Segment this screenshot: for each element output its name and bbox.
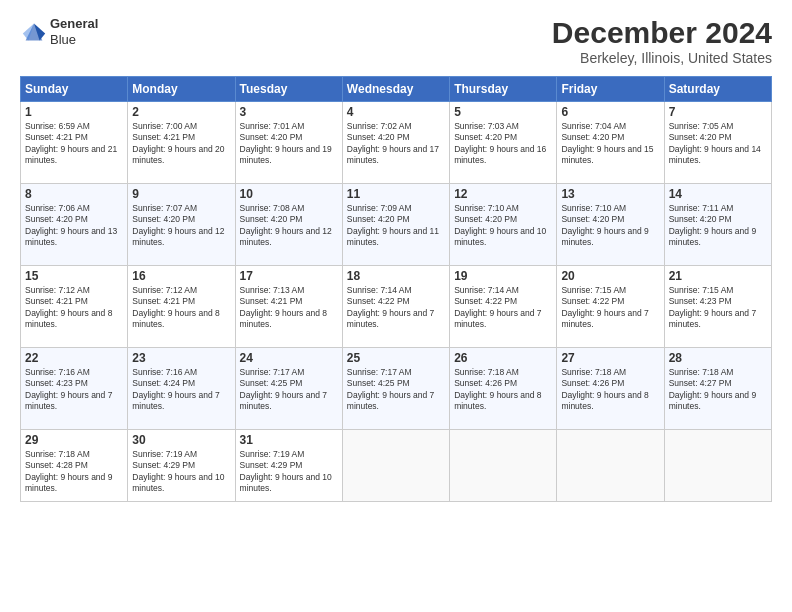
table-row bbox=[342, 430, 449, 502]
header: General Blue December 2024 Berkeley, Ill… bbox=[20, 16, 772, 66]
day-info: Sunrise: 7:09 AM Sunset: 4:20 PM Dayligh… bbox=[347, 203, 445, 249]
table-row: 7 Sunrise: 7:05 AM Sunset: 4:20 PM Dayli… bbox=[664, 102, 771, 184]
day-info: Sunrise: 7:01 AM Sunset: 4:20 PM Dayligh… bbox=[240, 121, 338, 167]
subtitle: Berkeley, Illinois, United States bbox=[552, 50, 772, 66]
day-info: Sunrise: 7:12 AM Sunset: 4:21 PM Dayligh… bbox=[132, 285, 230, 331]
col-friday: Friday bbox=[557, 77, 664, 102]
table-row: 21 Sunrise: 7:15 AM Sunset: 4:23 PM Dayl… bbox=[664, 266, 771, 348]
header-row: Sunday Monday Tuesday Wednesday Thursday… bbox=[21, 77, 772, 102]
day-number: 13 bbox=[561, 187, 659, 201]
col-sunday: Sunday bbox=[21, 77, 128, 102]
day-number: 29 bbox=[25, 433, 123, 447]
table-row: 4 Sunrise: 7:02 AM Sunset: 4:20 PM Dayli… bbox=[342, 102, 449, 184]
table-row: 2 Sunrise: 7:00 AM Sunset: 4:21 PM Dayli… bbox=[128, 102, 235, 184]
col-saturday: Saturday bbox=[664, 77, 771, 102]
day-number: 21 bbox=[669, 269, 767, 283]
day-number: 4 bbox=[347, 105, 445, 119]
day-number: 2 bbox=[132, 105, 230, 119]
table-row: 27 Sunrise: 7:18 AM Sunset: 4:26 PM Dayl… bbox=[557, 348, 664, 430]
logo-text: General Blue bbox=[50, 16, 98, 47]
day-info: Sunrise: 7:11 AM Sunset: 4:20 PM Dayligh… bbox=[669, 203, 767, 249]
day-info: Sunrise: 7:18 AM Sunset: 4:28 PM Dayligh… bbox=[25, 449, 123, 495]
day-info: Sunrise: 7:10 AM Sunset: 4:20 PM Dayligh… bbox=[561, 203, 659, 249]
table-row: 23 Sunrise: 7:16 AM Sunset: 4:24 PM Dayl… bbox=[128, 348, 235, 430]
table-row: 11 Sunrise: 7:09 AM Sunset: 4:20 PM Dayl… bbox=[342, 184, 449, 266]
day-number: 10 bbox=[240, 187, 338, 201]
logo-icon bbox=[20, 18, 48, 46]
table-row: 8 Sunrise: 7:06 AM Sunset: 4:20 PM Dayli… bbox=[21, 184, 128, 266]
table-row: 15 Sunrise: 7:12 AM Sunset: 4:21 PM Dayl… bbox=[21, 266, 128, 348]
table-row: 16 Sunrise: 7:12 AM Sunset: 4:21 PM Dayl… bbox=[128, 266, 235, 348]
day-number: 27 bbox=[561, 351, 659, 365]
table-row: 13 Sunrise: 7:10 AM Sunset: 4:20 PM Dayl… bbox=[557, 184, 664, 266]
day-number: 31 bbox=[240, 433, 338, 447]
table-row: 19 Sunrise: 7:14 AM Sunset: 4:22 PM Dayl… bbox=[450, 266, 557, 348]
day-number: 19 bbox=[454, 269, 552, 283]
day-info: Sunrise: 7:00 AM Sunset: 4:21 PM Dayligh… bbox=[132, 121, 230, 167]
table-row: 22 Sunrise: 7:16 AM Sunset: 4:23 PM Dayl… bbox=[21, 348, 128, 430]
day-info: Sunrise: 7:03 AM Sunset: 4:20 PM Dayligh… bbox=[454, 121, 552, 167]
day-number: 11 bbox=[347, 187, 445, 201]
table-row: 31 Sunrise: 7:19 AM Sunset: 4:29 PM Dayl… bbox=[235, 430, 342, 502]
page: General Blue December 2024 Berkeley, Ill… bbox=[0, 0, 792, 612]
day-info: Sunrise: 7:17 AM Sunset: 4:25 PM Dayligh… bbox=[240, 367, 338, 413]
table-row: 25 Sunrise: 7:17 AM Sunset: 4:25 PM Dayl… bbox=[342, 348, 449, 430]
col-monday: Monday bbox=[128, 77, 235, 102]
logo-blue: Blue bbox=[50, 32, 76, 47]
day-number: 9 bbox=[132, 187, 230, 201]
logo-general: General bbox=[50, 16, 98, 31]
table-row: 1 Sunrise: 6:59 AM Sunset: 4:21 PM Dayli… bbox=[21, 102, 128, 184]
day-info: Sunrise: 7:14 AM Sunset: 4:22 PM Dayligh… bbox=[454, 285, 552, 331]
day-info: Sunrise: 7:16 AM Sunset: 4:24 PM Dayligh… bbox=[132, 367, 230, 413]
day-number: 16 bbox=[132, 269, 230, 283]
table-row: 14 Sunrise: 7:11 AM Sunset: 4:20 PM Dayl… bbox=[664, 184, 771, 266]
table-row: 17 Sunrise: 7:13 AM Sunset: 4:21 PM Dayl… bbox=[235, 266, 342, 348]
table-row: 26 Sunrise: 7:18 AM Sunset: 4:26 PM Dayl… bbox=[450, 348, 557, 430]
day-info: Sunrise: 7:13 AM Sunset: 4:21 PM Dayligh… bbox=[240, 285, 338, 331]
day-info: Sunrise: 7:19 AM Sunset: 4:29 PM Dayligh… bbox=[240, 449, 338, 495]
day-number: 24 bbox=[240, 351, 338, 365]
day-info: Sunrise: 7:06 AM Sunset: 4:20 PM Dayligh… bbox=[25, 203, 123, 249]
col-wednesday: Wednesday bbox=[342, 77, 449, 102]
title-block: December 2024 Berkeley, Illinois, United… bbox=[552, 16, 772, 66]
day-number: 8 bbox=[25, 187, 123, 201]
table-row: 6 Sunrise: 7:04 AM Sunset: 4:20 PM Dayli… bbox=[557, 102, 664, 184]
day-number: 6 bbox=[561, 105, 659, 119]
day-number: 30 bbox=[132, 433, 230, 447]
col-thursday: Thursday bbox=[450, 77, 557, 102]
day-info: Sunrise: 7:08 AM Sunset: 4:20 PM Dayligh… bbox=[240, 203, 338, 249]
table-row: 9 Sunrise: 7:07 AM Sunset: 4:20 PM Dayli… bbox=[128, 184, 235, 266]
day-number: 5 bbox=[454, 105, 552, 119]
main-title: December 2024 bbox=[552, 16, 772, 50]
day-number: 12 bbox=[454, 187, 552, 201]
day-info: Sunrise: 7:07 AM Sunset: 4:20 PM Dayligh… bbox=[132, 203, 230, 249]
day-info: Sunrise: 7:02 AM Sunset: 4:20 PM Dayligh… bbox=[347, 121, 445, 167]
calendar-table: Sunday Monday Tuesday Wednesday Thursday… bbox=[20, 76, 772, 502]
table-row: 5 Sunrise: 7:03 AM Sunset: 4:20 PM Dayli… bbox=[450, 102, 557, 184]
day-number: 28 bbox=[669, 351, 767, 365]
day-number: 22 bbox=[25, 351, 123, 365]
table-row: 28 Sunrise: 7:18 AM Sunset: 4:27 PM Dayl… bbox=[664, 348, 771, 430]
col-tuesday: Tuesday bbox=[235, 77, 342, 102]
day-info: Sunrise: 7:17 AM Sunset: 4:25 PM Dayligh… bbox=[347, 367, 445, 413]
table-row: 20 Sunrise: 7:15 AM Sunset: 4:22 PM Dayl… bbox=[557, 266, 664, 348]
day-number: 15 bbox=[25, 269, 123, 283]
day-number: 23 bbox=[132, 351, 230, 365]
day-number: 18 bbox=[347, 269, 445, 283]
day-info: Sunrise: 7:18 AM Sunset: 4:26 PM Dayligh… bbox=[561, 367, 659, 413]
day-info: Sunrise: 7:10 AM Sunset: 4:20 PM Dayligh… bbox=[454, 203, 552, 249]
day-number: 20 bbox=[561, 269, 659, 283]
day-number: 3 bbox=[240, 105, 338, 119]
day-info: Sunrise: 6:59 AM Sunset: 4:21 PM Dayligh… bbox=[25, 121, 123, 167]
day-info: Sunrise: 7:18 AM Sunset: 4:26 PM Dayligh… bbox=[454, 367, 552, 413]
day-info: Sunrise: 7:04 AM Sunset: 4:20 PM Dayligh… bbox=[561, 121, 659, 167]
day-number: 26 bbox=[454, 351, 552, 365]
table-row: 24 Sunrise: 7:17 AM Sunset: 4:25 PM Dayl… bbox=[235, 348, 342, 430]
table-row: 3 Sunrise: 7:01 AM Sunset: 4:20 PM Dayli… bbox=[235, 102, 342, 184]
day-info: Sunrise: 7:12 AM Sunset: 4:21 PM Dayligh… bbox=[25, 285, 123, 331]
table-row: 10 Sunrise: 7:08 AM Sunset: 4:20 PM Dayl… bbox=[235, 184, 342, 266]
table-row bbox=[450, 430, 557, 502]
table-row: 29 Sunrise: 7:18 AM Sunset: 4:28 PM Dayl… bbox=[21, 430, 128, 502]
day-number: 1 bbox=[25, 105, 123, 119]
table-row: 30 Sunrise: 7:19 AM Sunset: 4:29 PM Dayl… bbox=[128, 430, 235, 502]
